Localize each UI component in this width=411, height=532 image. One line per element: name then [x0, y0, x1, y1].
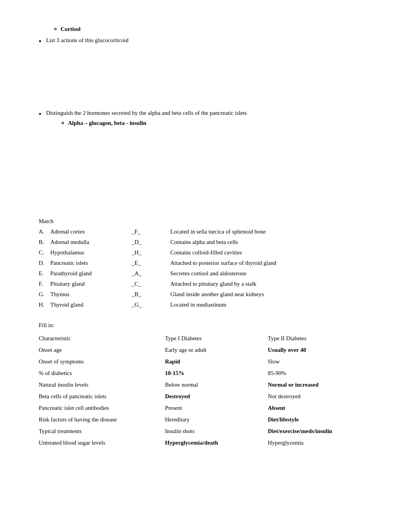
- match-answer-row-6: _C_ Attached to pituitary gland by a sta…: [132, 279, 380, 288]
- match-letter-D: D.: [39, 258, 50, 268]
- match-section: Match A. Adrenal cortex B. Adrenal medul…: [39, 218, 380, 310]
- fill-table-header: Characteristic Type I Diabetes Type II D…: [39, 332, 380, 344]
- fill-char-onset-symptoms: Onset of symptoms: [39, 356, 165, 367]
- spacer-2: [39, 89, 380, 109]
- fill-t1-blood-sugar: Hyperglycemia/death: [165, 437, 268, 448]
- match-letter-B: B.: [39, 237, 50, 247]
- match-desc-G: Located in mediastinum: [170, 300, 226, 309]
- fill-t2-risk-factors: Diet/lifestyle: [268, 414, 380, 425]
- match-answer-row-5: _A_ Secretes cortisol and aldosterone: [132, 269, 380, 278]
- spacer-1: [39, 58, 380, 89]
- fill-row-percent: % of diabetics 10-15% 85-90%: [39, 367, 380, 379]
- fill-t1-risk-factors: Hereditary: [165, 414, 268, 425]
- match-letter-F: F.: [39, 279, 50, 288]
- match-desc-B: Gland inside another gland near kidneys: [170, 290, 264, 299]
- bullet-dot-2: •: [39, 109, 41, 119]
- fill-row-antibodies: Pancreatic islet cell antibodies Present…: [39, 402, 380, 414]
- match-answer-G: _G_: [132, 300, 170, 309]
- cortisol-heading: Cortisol: [61, 25, 81, 34]
- match-label-D: Pancreatic islets: [50, 258, 88, 268]
- match-row-C: C. Hypothalamus: [39, 248, 116, 257]
- fill-char-risk-factors: Risk factors of having the disease: [39, 414, 165, 425]
- match-row-A: A. Adrenal cortex: [39, 227, 116, 236]
- bullet-dot-1: •: [39, 36, 41, 47]
- match-letter-E: E.: [39, 269, 50, 278]
- alpha-beta-bullet-text: Distinguish the 2 hormones secreted by t…: [46, 110, 247, 116]
- match-right-col: _F_ Located in sella turcica of sphenoid…: [132, 227, 380, 310]
- match-answer-D: _D_: [132, 237, 170, 247]
- match-row-H: H. Thyroid gland: [39, 300, 116, 309]
- fill-row-beta-cells: Beta cells of pancreatic islets Destroye…: [39, 390, 380, 402]
- fill-char-onset-age: Onset age: [39, 344, 165, 356]
- spacer-3: [39, 141, 380, 172]
- fill-row-risk-factors: Risk factors of having the disease Hered…: [39, 414, 380, 425]
- fill-title: Fill in:: [39, 322, 380, 329]
- fill-char-treatments: Typical treatments: [39, 425, 165, 437]
- match-label-G: Thymus: [50, 290, 69, 299]
- match-grid: A. Adrenal cortex B. Adrenal medulla C. …: [39, 227, 380, 310]
- fill-char-percent: % of diabetics: [39, 367, 165, 379]
- match-answer-F: _F_: [132, 227, 170, 236]
- match-desc-A: Secretes cortisol and aldosterone: [170, 269, 247, 278]
- fill-header-char: Characteristic: [39, 332, 165, 344]
- match-title: Match: [39, 218, 380, 225]
- match-answer-row-1: _F_ Located in sella turcica of sphenoid…: [132, 227, 380, 236]
- match-row-E: E. Parathyroid gland: [39, 269, 116, 278]
- fill-header-t2: Type II Diabetes: [268, 332, 380, 344]
- match-answer-row-3: _H_ Contains colloid-filled cavities: [132, 248, 380, 257]
- match-letter-G: G.: [39, 290, 50, 299]
- match-row-G: G. Thymus: [39, 290, 116, 299]
- match-answer-H: _H_: [132, 248, 170, 257]
- match-row-B: B. Adrenal medulla: [39, 237, 116, 247]
- match-desc-H: Contains colloid-filled cavities: [170, 248, 242, 257]
- fill-row-onset-symptoms: Onset of symptoms Rapid Slow: [39, 356, 380, 367]
- bullet-o-alpha: o: [62, 119, 64, 127]
- fill-t1-treatments: Insulin shots: [165, 425, 268, 437]
- match-answer-row-8: _G_ Located in mediastinum: [132, 300, 380, 309]
- fill-char-blood-sugar: Untreated blood sugar levels: [39, 437, 165, 448]
- match-letter-H: H.: [39, 300, 50, 309]
- match-label-E: Parathyroid gland: [50, 269, 92, 278]
- match-desc-D: Contains alpha and beta cells: [170, 237, 238, 247]
- fill-row-onset-age: Onset age Early age or adult Usually ove…: [39, 344, 380, 356]
- fill-t1-beta-cells: Destroyed: [165, 390, 268, 402]
- fill-row-insulin-levels: Natural insulin levels Below normal Norm…: [39, 379, 380, 390]
- fill-table: Characteristic Type I Diabetes Type II D…: [39, 332, 380, 448]
- match-label-C: Hypothalamus: [50, 248, 84, 257]
- match-label-B: Adrenal medulla: [50, 237, 89, 247]
- fill-t2-treatments: Diet/exercise/meds/insulin: [268, 425, 380, 437]
- match-answer-C: _C_: [132, 279, 170, 288]
- fill-t2-beta-cells: Not destroyed: [268, 390, 380, 402]
- spacer-4: [39, 172, 380, 203]
- match-row-F: F. Pituitary gland: [39, 279, 116, 288]
- match-row-D: D. Pancreatic islets: [39, 258, 116, 268]
- fill-t2-onset-age: Usually over 40: [268, 344, 380, 356]
- fill-t1-onset-symptoms: Rapid: [165, 356, 268, 367]
- fill-char-insulin-levels: Natural insulin levels: [39, 379, 165, 390]
- fill-row-treatments: Typical treatments Insulin shots Diet/ex…: [39, 425, 380, 437]
- section-alpha-beta: • Distinguish the 2 hormones secreted by…: [39, 109, 380, 129]
- fill-row-blood-sugar: Untreated blood sugar levels Hyperglycem…: [39, 437, 380, 448]
- match-answer-E: _E_: [132, 258, 170, 268]
- match-label-F: Pituitary gland: [50, 279, 85, 288]
- fill-char-antibodies: Pancreatic islet cell antibodies: [39, 402, 165, 414]
- match-desc-C: Attached to pituitary gland by a stalk: [170, 279, 256, 288]
- bullet-o-cortisol: o: [54, 25, 57, 33]
- match-desc-E: Attached to posterior surface of thyroid…: [170, 258, 276, 268]
- fill-t2-percent: 85-90%: [268, 367, 380, 379]
- match-answer-row-4: _E_ Attached to posterior surface of thy…: [132, 258, 380, 268]
- match-desc-F: Located in sella turcica of sphenoid bon…: [170, 227, 266, 236]
- alpha-beta-answer: Alpha – glucagon, beta - insulin: [68, 119, 147, 128]
- fill-t1-onset-age: Early age or adult: [165, 344, 268, 356]
- match-label-A: Adrenal cortex: [50, 227, 85, 236]
- section-cortisol: o Cortisol • List 3 actions of this gluc…: [39, 25, 380, 47]
- match-answer-row-2: _D_ Contains alpha and beta cells: [132, 237, 380, 247]
- match-answer-row-7: _B_ Gland inside another gland near kidn…: [132, 290, 380, 299]
- match-label-H: Thyroid gland: [50, 300, 83, 309]
- fill-t2-insulin-levels: Normal or increased: [268, 379, 380, 390]
- match-answer-A: _A_: [132, 269, 170, 278]
- fill-section: Fill in: Characteristic Type I Diabetes …: [39, 322, 380, 448]
- fill-char-beta-cells: Beta cells of pancreatic islets: [39, 390, 165, 402]
- match-letter-C: C.: [39, 248, 50, 257]
- fill-t1-antibodies: Present: [165, 402, 268, 414]
